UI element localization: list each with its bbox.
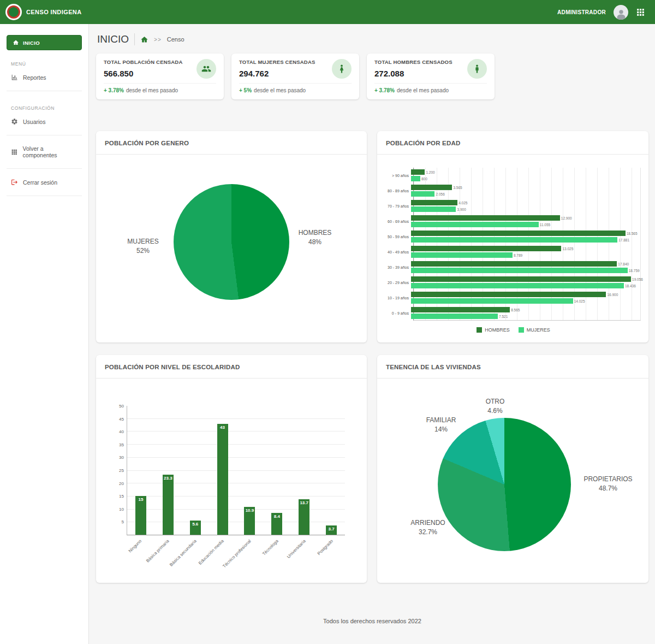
legend-item: HOMBRES [477, 327, 510, 333]
genero-pie-chart [174, 184, 289, 300]
y-axis-tick-label: 40 [112, 429, 124, 434]
brand-title: CENSO INDIGENA [26, 9, 82, 15]
edad-bar-mujeres [411, 176, 420, 181]
sidebar-item-usuarios[interactable]: Usuarios [0, 114, 88, 129]
chart-title: TENENCIA DE LAS VIVIENDAS [386, 364, 481, 370]
edad-row: 80 - 89 años3.5652.056 [385, 183, 642, 198]
chart-title: POBLACIÓN POR EDAD [386, 140, 461, 146]
chart-card-edad: POBLACIÓN POR EDAD > 90 años1.20080080 -… [377, 131, 648, 342]
edad-row: 50 - 59 años18.56517.881 [385, 229, 642, 244]
edad-value-label: 3.565 [453, 186, 462, 190]
chart-title: POBLACIÓN POR GENERO [105, 140, 189, 146]
stat-card-poblacion: TOTAL POBLACIÓN CENSADA 566.850 + 3.78%d… [96, 54, 224, 99]
edad-category-label: 50 - 59 años [385, 235, 411, 239]
pie-slice-label-hombres: HOMBRES48% [292, 228, 338, 247]
edad-value-label: 8.565 [511, 308, 520, 312]
brand-logo-icon [5, 4, 22, 20]
edad-bar-mujeres [411, 222, 539, 227]
breadcrumb-current: Censo [167, 36, 184, 43]
y-axis-tick-label: 50 [112, 404, 124, 409]
edad-value-label: 7.521 [499, 315, 508, 318]
sidebar-item-reportes[interactable]: Reportes [0, 69, 88, 85]
edad-rows: > 90 años1.20080080 - 89 años3.5652.0567… [385, 168, 642, 321]
pie-slice-label-mujeres: MUJERES52% [120, 237, 166, 256]
legend-swatch [477, 327, 482, 333]
edad-plot: > 90 años1.20080080 - 89 años3.5652.0567… [385, 168, 642, 321]
edad-row: 40 - 49 años13.0258.789 [385, 244, 642, 259]
divider [7, 168, 82, 169]
male-icon [467, 59, 487, 79]
topbar: CENSO INDIGENA ADMINISTRADOR [0, 0, 655, 24]
edad-value-label: 16.900 [607, 293, 618, 297]
stat-delta: + 5% [239, 87, 252, 93]
legend-label: HOMBRES [485, 327, 510, 333]
stat-footer: + 3.78%desde el mes pasado [374, 83, 487, 97]
edad-bar-mujeres [411, 237, 617, 243]
edad-bar-hombres [411, 215, 560, 221]
stat-card-mujeres: TOTAL MUJERES CENSADAS 294.762 + 5%desde… [231, 54, 359, 99]
edad-value-label: 18.436 [625, 284, 636, 288]
escolaridad-bar: 13.7 [299, 499, 309, 535]
edad-category-label: > 90 años [385, 174, 411, 178]
chart-card-escolaridad: POBLACIÓN POR NIVEL DE ESCOLARIDAD 1523.… [96, 355, 367, 583]
female-icon [332, 59, 352, 79]
y-axis-tick-label: 5 [112, 519, 124, 524]
avatar[interactable] [614, 5, 628, 20]
edad-category-label: 60 - 69 años [385, 220, 411, 223]
edad-value-label: 3.900 [457, 208, 466, 211]
edad-category-label: 20 - 29 años [385, 281, 411, 285]
y-axis-tick-label: 20 [112, 481, 124, 486]
page-header: INICIO >> Censo [97, 33, 648, 46]
x-axis-category-label: Técnologa [261, 539, 279, 557]
sidebar-item-inicio[interactable]: INICIO [7, 35, 82, 50]
edad-value-label: 8.789 [514, 253, 522, 257]
edad-bar-mujeres [411, 283, 624, 288]
bar-value-label: 10.9 [244, 508, 255, 513]
edad-value-label: 17.881 [618, 238, 629, 242]
edad-category-label: 40 - 49 años [385, 250, 411, 254]
bar-value-label: 43 [217, 425, 228, 430]
edad-bar-mujeres [411, 252, 513, 258]
apps-grid-icon[interactable] [636, 8, 645, 17]
edad-bar-hombres [411, 200, 457, 205]
edad-value-label: 11.055 [540, 223, 550, 227]
stat-delta: + 3.78% [104, 87, 124, 93]
x-axis-category-label: Universitaria [286, 539, 307, 559]
y-axis-tick-label: 30 [112, 455, 124, 460]
stat-title: TOTAL HOMBRES CENSADOS [374, 59, 452, 65]
bar-value-label: 3.7 [326, 527, 337, 531]
breadcrumb-home-icon[interactable] [140, 36, 148, 44]
edad-value-label: 17.840 [618, 262, 629, 266]
pie-slice-label-otro: OTRO4.6% [486, 397, 505, 416]
edad-bar-hombres [411, 307, 510, 312]
sidebar-item-volver-componentes[interactable]: Volver a componentes [0, 141, 88, 163]
stat-caption: desde el mes pasado [126, 87, 178, 93]
charts-grid: POBLACIÓN POR GENERO MUJERES52% HOMBRES4… [96, 131, 648, 583]
stat-caption: desde el mes pasado [254, 87, 306, 93]
y-axis-tick-label: 35 [112, 442, 124, 447]
sidebar-item-cerrar-sesion[interactable]: Cerrar sesión [0, 174, 88, 190]
y-axis-tick-label: 45 [112, 416, 124, 421]
legend-swatch [519, 327, 524, 333]
stat-title: TOTAL MUJERES CENSADAS [239, 59, 315, 65]
pie-slice-label-propietarios: PROPIETARIOS48.7% [583, 475, 632, 494]
edad-bar-mujeres [411, 298, 573, 304]
x-axis-category-label: Postgrado [316, 539, 334, 556]
stat-cards-row: TOTAL POBLACIÓN CENSADA 566.850 + 3.78%d… [96, 54, 648, 99]
edad-category-label: 30 - 39 años [385, 265, 411, 269]
edad-value-label: 18.565 [627, 232, 638, 235]
edad-value-label: 1.200 [426, 170, 434, 174]
divider [7, 135, 82, 135]
stat-title: TOTAL POBLACIÓN CENSADA [104, 59, 182, 65]
stat-value: 566.850 [104, 69, 182, 78]
edad-row: 60 - 69 años12.90011.055 [385, 214, 642, 229]
edad-category-label: 0 - 9 años [385, 311, 411, 315]
sidebar-heading-menu: MENÚ [0, 52, 88, 69]
x-axis-category-label: Ninguno [128, 539, 142, 553]
app-window: CENSO INDIGENA ADMINISTRADOR INICIO MENÚ [0, 0, 655, 644]
legend-item: MUJERES [519, 327, 550, 333]
edad-bar-hombres [411, 276, 631, 282]
bar-value-label: 15 [135, 497, 146, 502]
edad-value-label: 13.025 [562, 247, 573, 251]
bar-value-label: 13.7 [299, 500, 309, 505]
